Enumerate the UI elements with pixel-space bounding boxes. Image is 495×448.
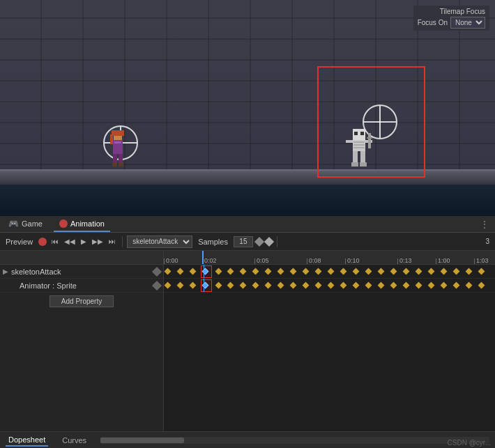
as-kf-12[interactable]: [315, 282, 322, 289]
as-kf-15[interactable]: [353, 282, 360, 289]
as-kf-13[interactable]: [328, 282, 335, 289]
kf-7[interactable]: [252, 268, 259, 275]
step-back-button[interactable]: ◀◀: [62, 237, 77, 246]
as-kf-25[interactable]: [478, 282, 485, 289]
as-kf-5[interactable]: [227, 282, 234, 289]
ruler-mark-2: 0:05: [254, 257, 269, 264]
goto-start-button[interactable]: ⏮: [50, 237, 61, 246]
as-kf-24[interactable]: [466, 282, 473, 289]
svg-rect-16: [346, 140, 353, 143]
kf-18[interactable]: [390, 268, 397, 275]
as-kf-16[interactable]: [365, 282, 372, 289]
scrollbar-thumb[interactable]: [100, 438, 184, 443]
as-kf-21[interactable]: [428, 282, 435, 289]
animator-sprite-row[interactable]: Animator : Sprite: [0, 279, 163, 293]
kf-22[interactable]: [441, 268, 448, 275]
as-kf-23[interactable]: [453, 282, 460, 289]
kf-4[interactable]: [215, 268, 222, 275]
kf-9[interactable]: [277, 268, 284, 275]
play-button[interactable]: ▶: [79, 237, 89, 246]
kf-25[interactable]: [478, 268, 485, 275]
as-kf-8[interactable]: [265, 282, 272, 289]
as-kf-18[interactable]: [390, 282, 397, 289]
kf-6[interactable]: [240, 268, 247, 275]
kf-17[interactable]: [378, 268, 385, 275]
skeleton-keyframe-button[interactable]: [152, 266, 162, 276]
as-kf-4[interactable]: [215, 282, 222, 289]
as-kf-2[interactable]: [190, 282, 197, 289]
focus-on-row: Focus On None: [418, 17, 485, 29]
step-forward-button[interactable]: ▶▶: [90, 237, 105, 246]
as-kf-20[interactable]: [416, 282, 422, 289]
timeline-ruler[interactable]: 0:00 0:02 0:05 0:08 0:10 0:13 1:00 1:03: [164, 251, 495, 265]
svg-rect-14: [353, 144, 365, 146]
skeleton-attack-track[interactable]: [164, 265, 495, 279]
record-button[interactable]: [38, 238, 47, 246]
kf-2[interactable]: [190, 268, 197, 275]
keyframe-add-button[interactable]: [264, 236, 274, 246]
svg-rect-22: [351, 162, 358, 167]
toolbar-sep-1: [122, 236, 123, 247]
as-kf-6[interactable]: [240, 282, 247, 289]
kf-8[interactable]: [265, 268, 272, 275]
timeline-area: ▶ skeletonAttack Animator : Sprite Add P…: [0, 251, 495, 431]
add-property-button[interactable]: Add Property: [50, 295, 114, 307]
samples-label: Samples: [195, 238, 231, 246]
skeleton-attack-row[interactable]: ▶ skeletonAttack: [0, 265, 163, 279]
animator-sprite-track[interactable]: [164, 279, 495, 293]
focus-on-label: Focus On: [418, 19, 448, 26]
expand-icon[interactable]: ▶: [3, 268, 11, 275]
curves-tab[interactable]: Curves: [59, 435, 89, 446]
tracks-panel: 0:00 0:02 0:05 0:08 0:10 0:13 1:00 1:03: [164, 251, 495, 431]
svg-rect-12: [360, 132, 364, 135]
as-kf-11[interactable]: [303, 282, 310, 289]
menu-dots-icon[interactable]: ⋮: [477, 219, 492, 230]
kf-11[interactable]: [303, 268, 310, 275]
as-kf-17[interactable]: [378, 282, 385, 289]
as-kf-9[interactable]: [277, 282, 284, 289]
kf-24[interactable]: [466, 268, 473, 275]
tilemap-focus-label: Tilemap Focus: [440, 8, 485, 15]
focus-on-dropdown[interactable]: None: [450, 17, 485, 29]
as-kf-14[interactable]: [340, 282, 347, 289]
animator-sprite-label: Animator : Sprite: [20, 281, 152, 290]
svg-rect-13: [353, 141, 365, 143]
svg-rect-7: [119, 162, 123, 167]
toolbar-sep-2: [277, 236, 277, 247]
as-kf-19[interactable]: [403, 282, 410, 289]
tilemap-focus-panel: Tilemap Focus Focus On None: [413, 6, 489, 31]
ruler-mark-1: 0:02: [202, 257, 217, 264]
as-kf-7[interactable]: [252, 282, 259, 289]
kf-19[interactable]: [403, 268, 410, 275]
timeline-scrollbar[interactable]: [100, 437, 489, 444]
kf-13[interactable]: [328, 268, 335, 275]
samples-input[interactable]: [234, 236, 253, 247]
goto-end-button[interactable]: ⏭: [107, 237, 118, 246]
kf-1[interactable]: [177, 268, 184, 275]
svg-rect-20: [353, 151, 358, 162]
kf-10[interactable]: [290, 268, 297, 275]
tab-game[interactable]: 🎮 Game: [3, 216, 48, 232]
as-kf-10[interactable]: [290, 282, 297, 289]
as-kf-0[interactable]: [165, 282, 172, 289]
as-kf-22[interactable]: [441, 282, 448, 289]
tab-animation[interactable]: Animation: [54, 216, 110, 232]
kf-20[interactable]: [416, 268, 422, 275]
kf-5[interactable]: [227, 268, 234, 275]
preview-label: Preview: [3, 238, 36, 246]
kf-21[interactable]: [428, 268, 435, 275]
kf-14[interactable]: [340, 268, 347, 275]
kf-12[interactable]: [315, 268, 322, 275]
kf-23[interactable]: [453, 268, 460, 275]
as-kf-1[interactable]: [177, 282, 184, 289]
svg-rect-4: [113, 154, 117, 164]
kf-16[interactable]: [365, 268, 372, 275]
animator-keyframe-button[interactable]: [152, 280, 162, 290]
bottom-bar: Dopesheet Curves CSDN @cyr...: [0, 431, 495, 448]
toolbar-row: Preview ⏮ ◀◀ ▶ ▶▶ ⏭ skeletonAttack Sampl…: [0, 233, 495, 251]
kf-0[interactable]: [165, 268, 172, 275]
keyframe-prev-button[interactable]: [254, 236, 264, 246]
kf-15[interactable]: [353, 268, 360, 275]
animation-name-dropdown[interactable]: skeletonAttack: [127, 235, 192, 248]
dopesheet-tab[interactable]: Dopesheet: [6, 434, 48, 447]
